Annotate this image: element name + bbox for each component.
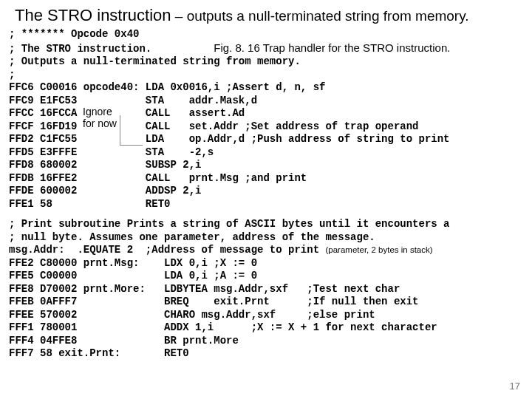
connector-line: [120, 115, 143, 146]
header-comment-2: ; Outputs a null-terminated string from …: [9, 55, 523, 69]
ignore-note-1: Ignore: [83, 106, 112, 117]
code2-line-2: FFE8 D70002 prnt.More: LDBYTEA msg.Addr,…: [9, 283, 523, 296]
code2-line-6: FFF4 04FFE8 BR prnt.More: [9, 335, 523, 348]
title-main: The STRO instruction: [15, 6, 171, 24]
code1-line-8: FFDE 600002 ADDSP 2,i: [9, 185, 523, 198]
code1-line-0: FFC6 C00016 opcode40: LDA 0x0016,i ;Asse…: [9, 81, 523, 95]
title-sub: – outputs a null-terminated string from …: [171, 8, 469, 24]
code2-line-5: FFF1 780001 ADDX 1,i ;X := X + 1 for nex…: [9, 321, 523, 335]
code2-line-4: FFEE 570002 CHARO msg.Addr,sxf ;else pri…: [9, 309, 523, 322]
code1-line-9: FFE1 58 RET0: [9, 198, 523, 211]
ignore-note-2: for now: [83, 117, 117, 129]
equ-note: (parameter, 2 bytes in stack): [325, 245, 432, 254]
equ-line: msg.Addr: .EQUATE 2 ;Address of message …: [9, 244, 523, 257]
page-title: The STRO instruction – outputs a null-te…: [9, 6, 523, 25]
code2-line-3: FFEB 0AFFF7 BREQ exit.Prnt ;If null then…: [9, 296, 523, 309]
code2-line-0: FFE2 C80000 prnt.Msg: LDX 0,i ;X := 0: [9, 257, 523, 270]
mid-comment-1: ; null byte. Assumes one parameter, addr…: [9, 231, 523, 245]
code2-line-1: FFE5 C00000 LDA 0,i ;A := 0: [9, 270, 523, 283]
code2-line-7: FFF7 58 exit.Prnt: RET0: [9, 347, 523, 361]
page-number: 17: [510, 381, 520, 392]
figure-caption: Fig. 8. 16 Trap handler for the STRO ins…: [214, 41, 450, 54]
header-comment-1: ; The STRO instruction. Fig. 8. 16 Trap …: [9, 41, 523, 56]
code1-line-6: FFD8 680002 SUBSP 2,i: [9, 159, 523, 172]
mid-comment-0: ; Print subroutine Prints a string of AS…: [9, 218, 523, 231]
code1-line-5: FFD5 E3FFFE STA -2,s: [9, 146, 523, 160]
header-comment-3: ;: [9, 69, 523, 82]
code1-line-7: FFDB 16FFE2 CALL prnt.Msg ;and print: [9, 172, 523, 185]
header-comment-0: ; ******* Opcode 0x40: [9, 28, 523, 41]
code1-line-4: FFD2 C1FC55 LDA op.Addr,d ;Push address …: [9, 133, 523, 146]
